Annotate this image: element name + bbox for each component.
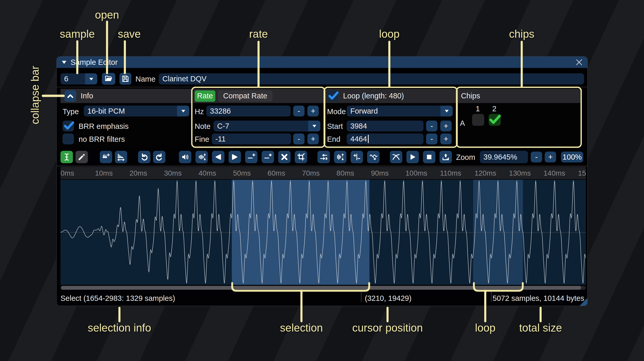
chevron-down-icon[interactable] xyxy=(308,121,320,131)
zoom-label: Zoom xyxy=(456,153,475,162)
loop-start-plus-button[interactable]: + xyxy=(440,121,452,131)
loop-start-minus-button[interactable]: - xyxy=(426,121,437,131)
undo-icon xyxy=(140,153,148,161)
redo-icon xyxy=(155,153,163,161)
window-titlebar[interactable]: Sample Editor xyxy=(57,57,587,68)
horizontal-scrollbar[interactable] xyxy=(60,286,586,290)
brr-emphasis-checkbox[interactable] xyxy=(63,121,74,131)
ruler-label: 70ms xyxy=(302,169,320,177)
hz-plus-button[interactable]: + xyxy=(307,106,319,116)
create-instrument-button[interactable] xyxy=(440,151,452,163)
hz-minus-button[interactable]: - xyxy=(293,106,305,116)
apply-filter-button[interactable] xyxy=(367,151,380,163)
delete-button[interactable] xyxy=(278,151,291,163)
scrollbar-thumb[interactable] xyxy=(61,286,581,290)
resize-grip[interactable] xyxy=(580,298,587,306)
chevron-down-icon[interactable] xyxy=(85,73,97,84)
loop-panel: Loop (length: 480) Mode Forward Start 39… xyxy=(325,89,457,146)
note-select[interactable]: C-7 xyxy=(214,121,320,131)
zoom-input[interactable]: 39.9645% xyxy=(480,151,528,163)
pencil-icon xyxy=(78,153,86,161)
loop-mode-value: Forward xyxy=(350,107,378,115)
hz-label: Hz xyxy=(195,107,204,116)
fine-input[interactable]: -11 xyxy=(212,134,291,144)
loop-end-plus-button[interactable]: + xyxy=(440,134,452,144)
insert-silence-button[interactable] xyxy=(245,151,257,163)
hz-input[interactable]: 33286 xyxy=(206,106,291,116)
zoom-in-button[interactable]: + xyxy=(545,152,556,162)
no-brr-filters-checkbox[interactable] xyxy=(63,134,74,144)
annotation-collapse-bar: collapse bar xyxy=(29,66,41,124)
time-ruler[interactable]: 0ms10ms20ms30ms40ms50ms60ms70ms80ms90ms1… xyxy=(60,167,586,180)
close-icon[interactable] xyxy=(574,58,584,67)
stop-icon xyxy=(425,153,433,161)
fade-in-button[interactable] xyxy=(212,151,224,163)
fine-minus-button[interactable]: - xyxy=(293,134,305,144)
resample-button[interactable] xyxy=(115,151,127,163)
export-icon xyxy=(442,153,450,161)
reverse-button[interactable] xyxy=(317,151,330,163)
save-sample-button[interactable] xyxy=(119,73,131,85)
zoom-reset-button[interactable]: 100% xyxy=(561,152,583,162)
fine-plus-button[interactable]: + xyxy=(307,134,319,144)
check-icon xyxy=(488,113,502,126)
chips-panel-body: A 12 xyxy=(458,103,580,146)
chip-column-label: 1 xyxy=(476,105,480,113)
divider xyxy=(57,166,587,166)
collapse-bar-button[interactable] xyxy=(64,90,76,102)
name-label: Name xyxy=(135,75,155,83)
window-collapse-icon[interactable] xyxy=(61,59,67,66)
rate-panel-body: Hz 33286 - + Note C-7 Fine -11 - + xyxy=(193,103,324,146)
tab-compat-rate[interactable]: Compat Rate xyxy=(218,90,272,102)
stop-preview-button[interactable] xyxy=(423,151,435,163)
normalize-button[interactable] xyxy=(195,151,208,163)
annotation-save: save xyxy=(118,28,141,40)
insert-silence-icon xyxy=(247,153,255,161)
crossfade-icon xyxy=(392,153,400,161)
check-icon xyxy=(328,90,339,101)
loop-mode-select[interactable]: Forward xyxy=(347,106,453,116)
name-input[interactable]: Clarinet DQV xyxy=(159,73,584,84)
chip-checkbox-1[interactable] xyxy=(472,114,484,126)
chip-checkbox-2[interactable] xyxy=(489,114,501,126)
wave-plus-icon xyxy=(102,153,110,161)
chevron-down-icon[interactable] xyxy=(441,106,453,116)
trim-button[interactable] xyxy=(295,151,307,163)
ruler-label: 80ms xyxy=(337,169,354,177)
folder-open-icon xyxy=(104,75,113,83)
sign-icon xyxy=(353,153,361,161)
zoom-out-button[interactable]: - xyxy=(531,152,542,162)
redo-button[interactable] xyxy=(153,151,165,163)
ruler-label: 90ms xyxy=(371,169,389,177)
annotation-chips: chips xyxy=(509,28,534,40)
resize-button[interactable] xyxy=(100,151,112,163)
signed-unsigned-button[interactable] xyxy=(351,151,363,163)
tab-rate[interactable]: Rate xyxy=(195,90,215,102)
amplify-button[interactable] xyxy=(179,151,191,163)
note-label: Note xyxy=(195,122,210,131)
loop-end-value: 4464 xyxy=(350,135,367,143)
loop-end-minus-button[interactable]: - xyxy=(426,134,437,144)
apply-silence-button[interactable] xyxy=(262,151,274,163)
hz-value: 33286 xyxy=(210,107,231,115)
type-select[interactable]: 16-bit PCM xyxy=(84,106,189,116)
name-value: Clarinet DQV xyxy=(162,75,207,83)
loop-start-input[interactable]: 3984 xyxy=(347,121,423,131)
chevron-down-icon[interactable] xyxy=(177,106,189,116)
waveform-canvas[interactable] xyxy=(60,180,586,285)
open-sample-button[interactable] xyxy=(102,73,115,85)
crossfade-loop-button[interactable] xyxy=(390,151,402,163)
waveform-display[interactable] xyxy=(60,180,586,285)
floppy-save-icon xyxy=(121,75,130,83)
preview-sample-button[interactable] xyxy=(406,151,419,163)
invert-button[interactable] xyxy=(334,151,346,163)
edit-mode-draw-button[interactable] xyxy=(75,151,88,163)
edit-mode-select-button[interactable] xyxy=(60,151,73,163)
loop-enable-checkbox[interactable] xyxy=(327,91,338,101)
loop-end-input[interactable]: 4464 xyxy=(347,134,423,144)
fade-out-button[interactable] xyxy=(229,151,241,163)
mode-label: Mode xyxy=(327,107,346,116)
undo-button[interactable] xyxy=(138,151,150,163)
sample-number-select[interactable]: 6 xyxy=(60,73,97,84)
chips-panel: Chips A 12 xyxy=(458,89,580,146)
